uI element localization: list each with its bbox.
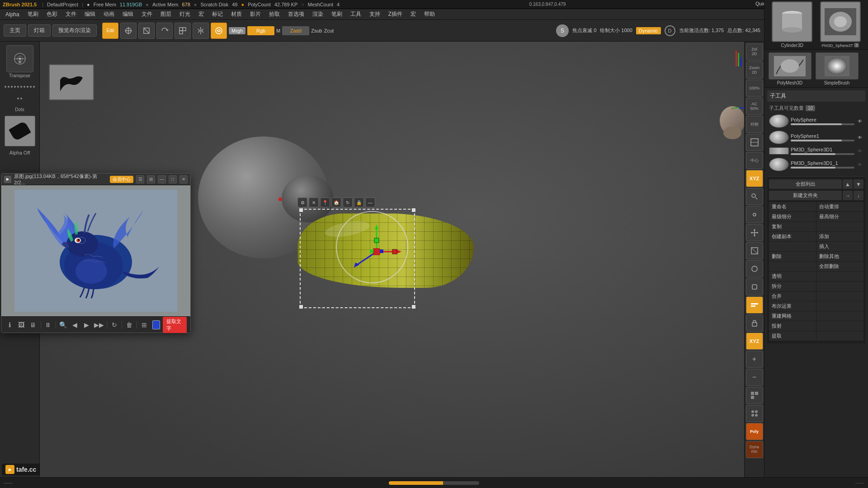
rotation-circle[interactable] <box>336 211 408 283</box>
layout-btn[interactable] <box>746 387 763 404</box>
object-context-icons[interactable]: ⚙ ✕ 📍 🏠 ↻ 🔒 — <box>297 197 375 207</box>
menu-marker[interactable]: 标记 <box>208 9 226 19</box>
zsub-btn[interactable]: Zsub <box>311 28 322 33</box>
sym2-btn[interactable] <box>746 260 763 277</box>
scale-ref-btn[interactable] <box>746 134 763 151</box>
polysphere-eye-btn[interactable]: 👁 <box>856 117 863 125</box>
all-list-btn[interactable]: 全部列出 <box>769 179 842 189</box>
menu-material[interactable]: 材质 <box>227 9 245 19</box>
menu-tool[interactable]: 工具 <box>347 9 365 19</box>
image-icon-btn[interactable]: 🖼 <box>17 319 26 330</box>
viewer-close-btn[interactable]: ✕ <box>179 175 188 183</box>
alpha-off-label[interactable]: Alpha Off <box>9 150 30 155</box>
zoom100-btn[interactable]: 100% <box>746 80 763 97</box>
attach-btn[interactable] <box>746 278 763 296</box>
transpose-tool[interactable]: Transpose <box>4 45 36 78</box>
zoom-out-btn[interactable]: − <box>746 369 763 386</box>
polysphere1-eye-btn[interactable]: 👁 <box>856 134 863 141</box>
zadd-btn[interactable]: Zadd <box>290 28 302 33</box>
menu-edit2[interactable]: 编辑 <box>119 9 137 19</box>
minus-icon[interactable]: — <box>365 197 375 207</box>
zoom-in-btn[interactable]: + <box>746 351 763 368</box>
transparent-btn[interactable]: 透明 <box>769 272 816 281</box>
rename-btn[interactable]: 重命名 <box>769 202 816 211</box>
symmetry-btn[interactable]: 对称 <box>746 116 763 133</box>
menu-render[interactable]: 渲染 <box>309 9 327 19</box>
remesh-btn[interactable]: 重建网格 <box>769 311 816 321</box>
viewer-max-btn[interactable]: □ <box>169 175 177 183</box>
menu-pickup[interactable]: 拾取 <box>265 9 283 19</box>
move-btn[interactable] <box>120 23 137 39</box>
tab-lightbox[interactable]: 灯箱 <box>28 24 51 37</box>
compose-btn[interactable] <box>746 405 763 422</box>
tab-preview[interactable]: 预览布尔渲染 <box>52 24 97 37</box>
polymesh3d-thumb[interactable] <box>769 52 811 80</box>
m-toggle[interactable]: M <box>276 28 280 33</box>
viewer-min-btn[interactable]: — <box>158 175 166 183</box>
next-icon-btn[interactable]: ▶ <box>82 319 91 330</box>
max-subdiv-btn[interactable]: 最高细分 <box>816 212 863 221</box>
delete-btn[interactable]: 删除 <box>769 252 816 261</box>
auto-sort-btn[interactable]: 自动重排 <box>816 202 863 211</box>
center-btn[interactable]: 中心 <box>746 152 763 169</box>
add-btn[interactable]: 添加 <box>816 232 863 241</box>
menu-support[interactable]: 支持 <box>366 9 384 19</box>
menu-macro[interactable]: 宏 <box>195 9 208 19</box>
split-btn[interactable]: 拆分 <box>769 282 816 291</box>
ac50-btn[interactable]: AC50% <box>746 98 763 115</box>
viewer-restore-btn[interactable]: ⊞ <box>147 175 155 183</box>
menu-animation[interactable]: 动画 <box>100 9 118 19</box>
color-picker-btn[interactable] <box>152 320 160 329</box>
zoom2d-btn[interactable]: Zoom2D <box>746 61 763 79</box>
align-btn[interactable] <box>746 296 763 314</box>
simplebrush-thumb[interactable] <box>816 52 859 80</box>
pm3d-sphere3d1-1-slider[interactable] <box>791 167 854 169</box>
delete-others-btn[interactable]: 删除其他 <box>816 252 863 261</box>
extract-text-btn[interactable]: 提取文字 <box>163 317 187 333</box>
menu-zplugin[interactable]: Z插件 <box>385 9 406 19</box>
polysphere-slider[interactable] <box>791 123 854 125</box>
home-icon[interactable]: 🏠 <box>331 197 341 207</box>
zcut-btn[interactable]: Zcut <box>324 28 334 33</box>
pin-icon[interactable]: 📍 <box>320 197 330 207</box>
pm3d-sphere3d1-eye-btn[interactable]: 👁 <box>856 147 863 155</box>
forward-icon-btn[interactable]: ▶▶ <box>94 319 104 330</box>
menu-edit[interactable]: 编辑 <box>81 9 99 19</box>
boolean-btn[interactable]: 布尔运算 <box>769 301 816 311</box>
create-copy-btn[interactable]: 创建副本 <box>769 232 816 241</box>
menu-file2[interactable]: 文件 <box>138 9 156 19</box>
folder-arrow-btn[interactable]: → <box>843 191 853 200</box>
lock2-btn[interactable] <box>746 314 763 332</box>
smooth-btn[interactable] <box>211 23 227 39</box>
zol2d-btn[interactable]: Zol2D <box>746 43 763 61</box>
alpha-thumbnail[interactable] <box>5 116 35 146</box>
search-icon-btn[interactable] <box>746 188 763 205</box>
merge-btn[interactable]: 合并 <box>769 291 816 301</box>
crosshair-icon[interactable]: ✕ <box>309 197 319 207</box>
zoom-out-icon-btn[interactable]: 🔍 <box>58 319 67 330</box>
project-name[interactable]: DefaultProject <box>47 2 78 7</box>
polysphere1-slider[interactable] <box>791 140 854 141</box>
move2-btn[interactable] <box>746 224 763 241</box>
folder-arrow2-btn[interactable]: ↓ <box>854 191 863 200</box>
rgb-btn[interactable]: Rgb <box>256 28 265 33</box>
subtool-pm3d-sphere3d1[interactable]: PM3D_Sphere3D1 👁 <box>767 145 865 156</box>
extract-btn[interactable]: 提取 <box>769 331 816 341</box>
arrow-up-btn[interactable]: ▲ <box>843 179 853 189</box>
viewer-menu-btn[interactable]: ☰ <box>136 175 144 183</box>
menu-brush[interactable]: 笔刷 <box>24 9 42 19</box>
grid-icon-btn[interactable]: ⊞ <box>140 319 149 330</box>
menu-light[interactable]: 灯光 <box>176 9 194 19</box>
duplicate-btn[interactable]: 复制 <box>769 222 816 231</box>
menu-movie[interactable]: 影片 <box>246 9 264 19</box>
prev-icon-btn[interactable]: ◀ <box>71 319 80 330</box>
lock-icon[interactable]: 🔒 <box>354 197 364 207</box>
subtool-pm3d-sphere3d1-1[interactable]: PM3D_Sphere3D1_1 👁 <box>767 156 865 173</box>
tab-home[interactable]: 主页 <box>4 24 26 37</box>
xyz-btn[interactable]: XYZ <box>746 170 763 187</box>
menu-file[interactable]: 文件 <box>62 9 80 19</box>
subdivide-btn[interactable] <box>175 23 191 39</box>
menu-brush2[interactable]: 笔刷 <box>328 9 346 19</box>
monitor-icon-btn[interactable]: 🖥 <box>28 319 38 330</box>
menu-layer[interactable]: 图层 <box>157 9 175 19</box>
